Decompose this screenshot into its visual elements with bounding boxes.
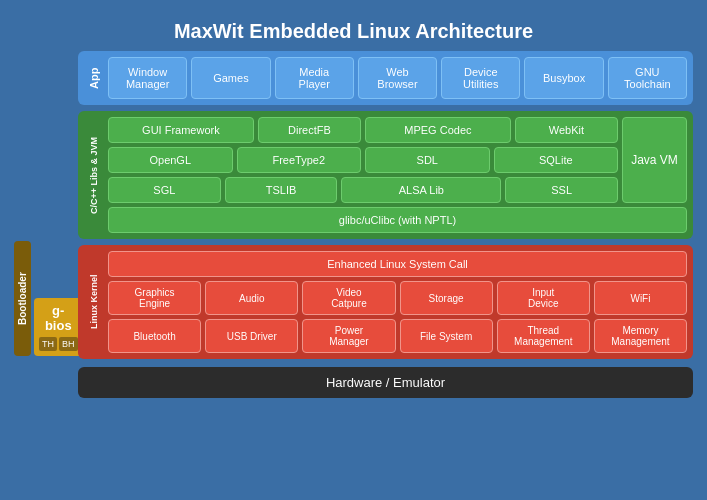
lib-alsa: ALSA Lib [341,177,501,203]
kernel-file-system: File System [400,319,493,353]
lib-sgl: SGL [108,177,221,203]
app-item-gnu-toolchain: GNUToolchain [608,57,687,99]
kernel-usb-driver: USB Driver [205,319,298,353]
lib-opengl: OpenGL [108,147,233,173]
libs-layer: C/C++ Libs & JVM GUI Framework DirectFB … [78,111,693,239]
kernel-row-1: GraphicsEngine Audio VideoCatpure Storag… [108,281,687,315]
page-title: MaxWit Embedded Linux Architecture [0,8,707,51]
kernel-layer-label: Linux Kernel [84,251,104,353]
lib-sdl: SDL [365,147,490,173]
gbios-tag-th: TH [39,337,57,351]
libs-content: GUI Framework DirectFB MPEG Codec WebKit… [108,117,687,233]
lib-mpeg-codec: MPEG Codec [365,117,511,143]
lib-tslib: TSLIB [225,177,338,203]
app-layer-label: App [84,57,104,99]
libs-main-row: GUI Framework DirectFB MPEG Codec WebKit… [108,117,687,203]
lib-glibc: glibc/uClibc (with NPTL) [108,207,687,233]
libs-layer-label: C/C++ Libs & JVM [84,117,104,233]
app-item-busybox: Busybox [524,57,603,99]
kernel-input-device: InputDevice [497,281,590,315]
lib-freetype2: FreeType2 [237,147,362,173]
bootloader-label: Bootloader [14,241,31,356]
gbios-tag-bh: BH [59,337,78,351]
app-item-window-manager: WindowManager [108,57,187,99]
app-item-games: Games [191,57,270,99]
kernel-video-capture: VideoCatpure [302,281,395,315]
lib-gui-framework: GUI Framework [108,117,254,143]
bootloader-section: Bootloader g-bios TH BH [14,51,74,398]
app-item-media-player: MediaPlayer [275,57,354,99]
kernel-thread-management: ThreadManagement [497,319,590,353]
kernel-bluetooth: Bluetooth [108,319,201,353]
hardware-layer: Hardware / Emulator [78,367,693,398]
kernel-syscall: Enhanced Linux System Call [108,251,687,277]
kernel-row-2: Bluetooth USB Driver PowerManager File S… [108,319,687,353]
kernel-storage: Storage [400,281,493,315]
app-item-device-utilities: DeviceUtilities [441,57,520,99]
gbios-title: g-bios [39,303,78,333]
page-container: MaxWit Embedded Linux Architecture Bootl… [0,0,707,500]
kernel-audio: Audio [205,281,298,315]
app-layer: App WindowManager Games MediaPlayer WebB… [78,51,693,105]
lib-sqlite: SQLite [494,147,619,173]
lib-webkit: WebKit [515,117,618,143]
app-item-web-browser: WebBrowser [358,57,437,99]
libs-left-col: GUI Framework DirectFB MPEG Codec WebKit… [108,117,618,203]
gbios-box: g-bios TH BH [34,298,83,356]
kernel-layer: Linux Kernel Enhanced Linux System Call … [78,245,693,359]
libs-row-1: GUI Framework DirectFB MPEG Codec WebKit [108,117,618,143]
app-items-container: WindowManager Games MediaPlayer WebBrows… [108,57,687,99]
kernel-memory-management: MemoryManagement [594,319,687,353]
libs-row-3: SGL TSLIB ALSA Lib SSL [108,177,618,203]
kernel-power-manager: PowerManager [302,319,395,353]
kernel-graphics-engine: GraphicsEngine [108,281,201,315]
kernel-content: Enhanced Linux System Call GraphicsEngin… [108,251,687,353]
lib-java-vm: Java VM [622,117,687,203]
libs-row-2: OpenGL FreeType2 SDL SQLite [108,147,618,173]
kernel-wifi: WiFi [594,281,687,315]
lib-ssl: SSL [505,177,618,203]
lib-directfb: DirectFB [258,117,361,143]
